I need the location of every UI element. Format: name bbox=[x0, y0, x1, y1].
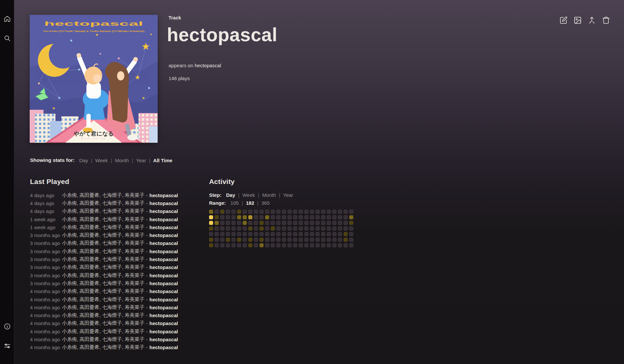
home-button[interactable] bbox=[3, 15, 12, 23]
set-image-button[interactable] bbox=[573, 16, 582, 24]
track-link[interactable]: hectopascal bbox=[149, 264, 178, 270]
track-link[interactable]: hectopascal bbox=[149, 297, 178, 302]
step-option-day[interactable]: Day bbox=[226, 192, 235, 198]
svg-text:★: ★ bbox=[135, 74, 140, 81]
search-button[interactable] bbox=[3, 34, 12, 43]
artist-links[interactable]: 小糸侑, 高田憂希, 七海燈子, 寿美菜子 bbox=[62, 288, 144, 294]
track-link[interactable]: hectopascal bbox=[149, 217, 178, 222]
track-link[interactable]: hectopascal bbox=[149, 329, 178, 334]
track-link[interactable]: hectopascal bbox=[149, 345, 178, 350]
artist-track-separator: - bbox=[146, 329, 148, 334]
option-separator: | bbox=[257, 200, 259, 206]
heatmap-cell bbox=[260, 232, 264, 236]
played-time: 4 days ago bbox=[30, 208, 62, 214]
info-button[interactable] bbox=[3, 322, 12, 331]
step-option-year[interactable]: Year bbox=[283, 192, 293, 198]
artist-links[interactable]: 小糸侑, 高田憂希, 七海燈子, 寿美菜子 bbox=[62, 296, 144, 303]
info-icon bbox=[4, 323, 11, 330]
heatmap-cell bbox=[338, 243, 342, 247]
option-separator: | bbox=[132, 158, 133, 163]
sidebar bbox=[0, 0, 14, 364]
heatmap-cell bbox=[209, 232, 213, 236]
step-option-week[interactable]: Week bbox=[242, 192, 255, 198]
artist-links[interactable]: 小糸侑, 高田憂希, 七海燈子, 寿美菜子 bbox=[62, 264, 144, 270]
merge-button[interactable] bbox=[587, 16, 596, 24]
heatmap-cell bbox=[276, 232, 280, 236]
artist-links[interactable]: 小糸侑, 高田憂希, 七海燈子, 寿美菜子 bbox=[62, 344, 144, 350]
home-icon bbox=[4, 15, 11, 22]
settings-button[interactable] bbox=[3, 342, 12, 350]
heatmap-cell bbox=[209, 215, 213, 219]
activity-step-filter: Step: Day|Week|Month|Year bbox=[209, 192, 293, 198]
album-link[interactable]: hectopascal bbox=[195, 63, 221, 68]
trash-icon bbox=[602, 16, 610, 24]
artist-links[interactable]: 小糸侑, 高田憂希, 七海燈子, 寿美菜子 bbox=[62, 272, 144, 279]
artist-links[interactable]: 小糸侑, 高田憂希, 七海燈子, 寿美菜子 bbox=[62, 320, 144, 326]
track-link[interactable]: hectopascal bbox=[149, 273, 178, 278]
track-link[interactable]: hectopascal bbox=[149, 249, 178, 254]
artist-links[interactable]: 小糸侑, 高田憂希, 七海燈子, 寿美菜子 bbox=[62, 280, 144, 287]
track-link[interactable]: hectopascal bbox=[149, 337, 178, 342]
heatmap-cell bbox=[209, 210, 213, 214]
heatmap-cell bbox=[226, 210, 230, 214]
option-separator: | bbox=[238, 192, 239, 198]
artist-links[interactable]: 小糸侑, 高田憂希, 七海燈子, 寿美菜子 bbox=[62, 336, 144, 343]
track-link[interactable]: hectopascal bbox=[149, 193, 178, 198]
track-link[interactable]: hectopascal bbox=[149, 200, 178, 206]
stats-filter-option-day[interactable]: Day bbox=[79, 158, 88, 163]
option-separator: | bbox=[91, 158, 92, 163]
track-link[interactable]: hectopascal bbox=[149, 281, 178, 286]
artist-links[interactable]: 小糸侑, 高田憂希, 七海燈子, 寿美菜子 bbox=[62, 232, 144, 238]
heatmap-cell bbox=[260, 215, 264, 219]
artist-links[interactable]: 小糸侑, 高田憂希, 七海燈子, 寿美菜子 bbox=[62, 248, 144, 255]
artist-links[interactable]: 小糸侑, 高田憂希, 七海燈子, 寿美菜子 bbox=[62, 200, 144, 206]
stats-filter-option-all-time[interactable]: All Time bbox=[153, 158, 172, 163]
range-option-105[interactable]: 105 bbox=[231, 200, 239, 206]
album-cover-title: hectopascal bbox=[44, 20, 143, 27]
track-link[interactable]: hectopascal bbox=[149, 240, 178, 246]
track-link[interactable]: hectopascal bbox=[149, 225, 178, 230]
track-link[interactable]: hectopascal bbox=[149, 208, 178, 214]
stats-filter-option-year[interactable]: Year bbox=[136, 158, 146, 163]
track-link[interactable]: hectopascal bbox=[149, 288, 178, 294]
track-link[interactable]: hectopascal bbox=[149, 232, 178, 238]
heatmap-cell bbox=[265, 215, 269, 219]
heatmap-cell bbox=[260, 227, 264, 230]
artist-links[interactable]: 小糸侑, 高田憂希, 七海燈子, 寿美菜子 bbox=[62, 216, 144, 223]
heatmap-cell bbox=[293, 210, 297, 214]
heatmap-cell bbox=[271, 227, 275, 230]
heatmap-cell bbox=[276, 238, 280, 242]
artist-links[interactable]: 小糸侑, 高田憂希, 七海燈子, 寿美菜子 bbox=[62, 208, 144, 214]
stats-filter-option-week[interactable]: Week bbox=[95, 158, 108, 163]
option-separator: | bbox=[111, 158, 112, 163]
artist-links[interactable]: 小糸侑, 高田憂希, 七海燈子, 寿美菜子 bbox=[62, 240, 144, 246]
track-link[interactable]: hectopascal bbox=[149, 257, 178, 262]
range-option-182[interactable]: 182 bbox=[246, 200, 254, 206]
track-link[interactable]: hectopascal bbox=[149, 320, 178, 326]
track-link[interactable]: hectopascal bbox=[149, 305, 178, 310]
artist-links[interactable]: 小糸侑, 高田憂希, 七海燈子, 寿美菜子 bbox=[62, 312, 144, 318]
range-option-365[interactable]: 365 bbox=[262, 200, 270, 206]
heatmap-cell bbox=[288, 210, 292, 214]
heatmap-cell bbox=[226, 243, 230, 247]
stats-filter-option-month[interactable]: Month bbox=[115, 158, 129, 163]
heatmap-cell bbox=[243, 243, 247, 247]
heatmap-cell bbox=[254, 221, 258, 225]
track-link[interactable]: hectopascal bbox=[149, 313, 178, 318]
artist-links[interactable]: 小糸侑, 高田憂希, 七海燈子, 寿美菜子 bbox=[62, 256, 144, 262]
artist-links[interactable]: 小糸侑, 高田憂希, 七海燈子, 寿美菜子 bbox=[62, 224, 144, 230]
step-option-month[interactable]: Month bbox=[262, 192, 276, 198]
played-time: 4 days ago bbox=[30, 200, 62, 206]
edit-button[interactable] bbox=[559, 16, 568, 24]
heatmap-cell bbox=[321, 238, 325, 242]
delete-button[interactable] bbox=[602, 16, 610, 24]
heatmap-cell bbox=[248, 215, 252, 219]
heatmap-cell bbox=[232, 232, 235, 236]
artist-links[interactable]: 小糸侑, 高田憂希, 七海燈子, 寿美菜子 bbox=[62, 192, 144, 198]
heatmap-cell bbox=[304, 221, 308, 225]
artist-links[interactable]: 小糸侑, 高田憂希, 七海燈子, 寿美菜子 bbox=[62, 304, 144, 311]
header-actions bbox=[559, 16, 610, 24]
artist-links[interactable]: 小糸侑, 高田憂希, 七海燈子, 寿美菜子 bbox=[62, 328, 144, 335]
heatmap-cell bbox=[332, 210, 336, 214]
heatmap-cell bbox=[243, 210, 247, 214]
